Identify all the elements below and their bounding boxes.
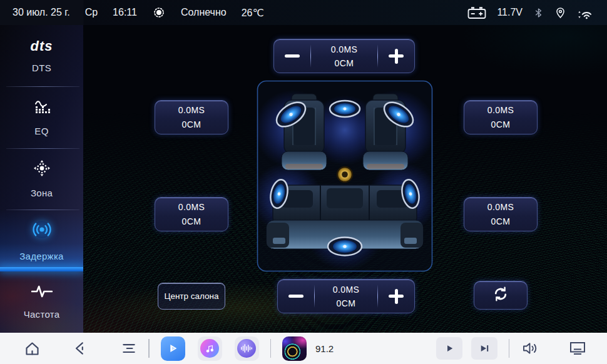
video-player-app-icon[interactable] [161, 336, 185, 361]
delay-ms: 0.0MS [178, 105, 205, 115]
next-track-button[interactable] [471, 337, 497, 360]
sidebar-item-label: Задержка [19, 251, 64, 261]
status-temperature: 26℃ [242, 7, 264, 19]
rear-center-delay-value: 0.0MS 0CM [315, 280, 377, 313]
status-weekday: Ср [85, 7, 98, 18]
voice-waveform-icon [237, 339, 256, 358]
delay-cm: 0CM [335, 58, 354, 68]
delay-settings-panel: 0.0MS 0CM 0.0MS 0CM 0.0MS 0CM 0.0MS 0CM … [83, 25, 607, 333]
car-cabin-speaker-map [257, 80, 433, 272]
screen-off-button[interactable] [568, 340, 587, 356]
delay-cm: 0CM [337, 298, 356, 308]
sidebar-item-label: DTS [32, 63, 51, 73]
recent-apps-button[interactable] [121, 340, 137, 356]
location-icon [554, 6, 566, 19]
rear-center-subwoofer [328, 238, 362, 256]
sidebar-item-dts[interactable]: dts DTS [0, 25, 83, 86]
eq-icon [33, 99, 51, 118]
status-time: 16:11 [113, 7, 137, 18]
battery-voltage: 11.7V [497, 7, 523, 18]
car-battery-icon [467, 6, 486, 19]
cabin-center-position-button[interactable]: Центр салона [158, 283, 225, 310]
plus-icon [389, 49, 404, 64]
divider [509, 339, 510, 358]
play-button[interactable] [436, 337, 462, 360]
rear-left-delay-button[interactable]: 0.0MS 0CM [155, 197, 228, 231]
volume-button[interactable] [521, 340, 539, 356]
cabin-center-label: Центр салона [164, 291, 218, 301]
rear-center-plus-button[interactable] [378, 280, 414, 313]
reset-circular-arrows-icon [492, 285, 509, 305]
delay-cm: 0CM [182, 119, 201, 129]
sidebar-item-delay[interactable]: Задержка [0, 210, 83, 271]
head-unit-screen: 30 июл. 25 г. Ср 16:11 Солнечно 26℃ 11.7… [0, 0, 607, 364]
reset-delays-button[interactable] [474, 281, 528, 310]
rear-center-delay-stepper: 0.0MS 0CM [277, 279, 415, 313]
delay-cm: 0CM [182, 216, 201, 226]
sidebar-item-label: Частота [24, 309, 60, 320]
front-right-delay-button[interactable]: 0.0MS 0CM [464, 100, 538, 134]
wifi-icon [577, 6, 594, 19]
delay-ms: 0.0MS [487, 105, 514, 115]
music-note-icon [200, 339, 219, 358]
front-center-delay-stepper: 0.0MS 0CM [273, 39, 415, 73]
delay-ms: 0.0MS [333, 285, 359, 295]
delay-ms: 0.0MS [487, 202, 514, 212]
dts-logo: dts [31, 38, 53, 54]
divider [270, 339, 272, 358]
sidebar-item-frequency[interactable]: Частота [0, 271, 83, 333]
plus-icon [389, 289, 404, 304]
front-left-delay-button[interactable]: 0.0MS 0CM [155, 100, 228, 134]
bottom-nav-bar: 91.2 [0, 333, 607, 364]
delay-cm: 0CM [491, 119, 511, 129]
minus-icon [288, 295, 304, 298]
sun-icon [152, 6, 166, 19]
divider [148, 339, 150, 358]
music-app-icon[interactable] [198, 336, 222, 361]
sidebar-item-label: Зона [31, 188, 53, 198]
voice-assistant-app-icon[interactable] [235, 336, 259, 361]
delay-ms: 0.0MS [178, 202, 205, 212]
sidebar: dts DTS EQ [0, 25, 83, 333]
radio-app-icon[interactable] [282, 336, 307, 361]
delay-broadcast-icon [31, 219, 53, 243]
delay-ms: 0.0MS [331, 44, 357, 54]
zone-icon [33, 159, 51, 179]
delay-cm: 0CM [491, 216, 511, 226]
sidebar-item-zone[interactable]: Зона [0, 148, 83, 210]
front-center-speaker [330, 101, 360, 117]
minus-icon [285, 54, 300, 58]
back-button[interactable] [72, 340, 88, 356]
front-center-plus-button[interactable] [378, 39, 414, 73]
bluetooth-icon [533, 6, 544, 19]
sidebar-item-label: EQ [34, 126, 48, 136]
front-center-minus-button[interactable] [274, 39, 310, 73]
rear-center-minus-button[interactable] [278, 280, 314, 313]
status-weather: Солнечно [181, 7, 227, 18]
status-bar: 30 июл. 25 г. Ср 16:11 Солнечно 26℃ 11.7… [0, 0, 607, 25]
sidebar-item-eq[interactable]: EQ [0, 86, 83, 148]
center-tweeter [337, 167, 352, 182]
frequency-wave-icon [31, 285, 53, 301]
radio-frequency: 91.2 [315, 343, 334, 354]
home-button[interactable] [24, 340, 41, 357]
rear-right-delay-button[interactable]: 0.0MS 0CM [464, 197, 538, 231]
status-date: 30 июл. 25 г. [13, 7, 70, 18]
front-center-delay-value: 0.0MS 0CM [311, 39, 377, 73]
